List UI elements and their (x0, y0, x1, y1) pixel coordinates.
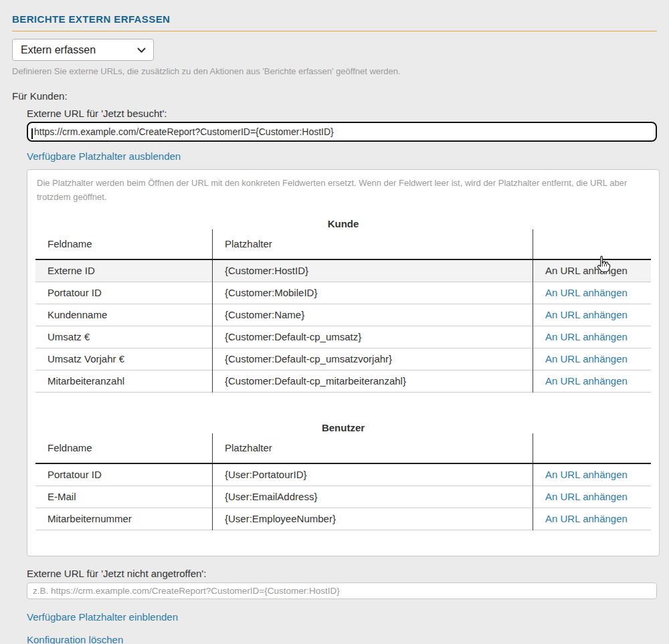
table-title: Benutzer (35, 422, 651, 433)
append-cell: An URL anhängen (533, 326, 652, 348)
field-name-cell: Portatour ID (35, 282, 213, 304)
table-row: Mitarbeiteranzahl{Customer:Default-cp_mi… (35, 370, 651, 392)
table-row: Mitarbeiternummer{User:EmployeeNumber}An… (35, 508, 651, 530)
settings-page: BERICHTE EXTERN ERFASSEN Extern erfassen… (0, 0, 669, 644)
field-name-cell: Umsatz € (35, 326, 213, 348)
append-cell: An URL anhängen (533, 282, 652, 304)
append-cell: An URL anhängen (533, 486, 652, 508)
delete-configuration-link[interactable]: Konfiguration löschen (27, 634, 123, 644)
append-cell: An URL anhängen (533, 259, 652, 282)
placeholder-cell: {User:PortatourID} (213, 463, 533, 486)
append-to-url-link[interactable]: An URL anhängen (545, 287, 628, 298)
customer-placeholder-table: Kunde FeldnamePlatzhalter Externe ID{Cus… (35, 218, 651, 393)
append-to-url-link[interactable]: An URL anhängen (545, 309, 628, 320)
placeholder-cell: {Customer:MobileID} (213, 282, 533, 304)
report-mode-select-value: Extern erfassen (21, 44, 96, 56)
placeholder-cell: {Customer:Default-cp_umsatz} (213, 326, 533, 348)
append-to-url-link[interactable]: An URL anhängen (545, 513, 628, 524)
placeholders-intro: Die Platzhalter werden beim Öffnen der U… (37, 177, 650, 205)
append-to-url-link[interactable]: An URL anhängen (545, 375, 628, 387)
table-title: Kunde (35, 218, 651, 229)
table-header-row: FeldnamePlatzhalter (35, 433, 651, 463)
append-cell: An URL anhängen (533, 348, 652, 370)
field-name-cell: Mitarbeiternummer (35, 508, 213, 530)
append-cell: An URL anhängen (533, 370, 652, 392)
append-to-url-link[interactable]: An URL anhängen (545, 469, 628, 480)
report-mode-select[interactable]: Extern erfassen (12, 39, 154, 61)
column-header: Feldname (35, 229, 213, 259)
field-name-cell: Umsatz Vorjahr € (35, 348, 213, 370)
field-name-cell: E-Mail (35, 486, 213, 508)
field-name-cell: Portatour ID (35, 463, 213, 486)
column-header: Platzhalter (213, 433, 533, 463)
append-to-url-link[interactable]: An URL anhängen (545, 353, 628, 364)
placeholder-cell: {User:EmailAddress} (213, 486, 533, 508)
placeholders-panel: Die Platzhalter werden beim Öffnen der U… (27, 169, 660, 556)
column-header: Feldname (35, 433, 213, 463)
table-row: Umsatz Vorjahr €{Customer:Default-cp_ums… (35, 348, 651, 370)
append-cell: An URL anhängen (533, 463, 652, 486)
show-placeholders-link[interactable]: Verfügbare Platzhalter einblenden (27, 611, 178, 623)
field-name-cell: Externe ID (35, 259, 213, 282)
append-to-url-link[interactable]: An URL anhängen (545, 265, 628, 276)
not-met-url-input[interactable] (27, 582, 657, 599)
not-met-url-label: Externe URL für 'Jetzt nicht angetroffen… (27, 568, 657, 579)
customers-section-label: Für Kunden: (12, 90, 657, 102)
placeholder-cell: {User:EmployeeNumber} (213, 508, 533, 530)
table-row: Portatour ID{User:PortatourID}An URL anh… (35, 463, 651, 486)
table-header-row: FeldnamePlatzhalter (35, 229, 651, 259)
placeholder-cell: {Customer:Default-cp_mitarbeiteranzahl} (213, 370, 533, 392)
hide-placeholders-link[interactable]: Verfügbare Platzhalter ausblenden (27, 150, 181, 162)
append-to-url-link[interactable]: An URL anhängen (545, 491, 628, 502)
placeholder-cell: {Customer:Default-cp_umsatzvorjahr} (213, 348, 533, 370)
text-caret (31, 128, 33, 139)
table-row: E-Mail{User:EmailAddress}An URL anhängen (35, 486, 651, 508)
placeholder-cell: {Customer:HostID} (213, 259, 533, 282)
visited-url-input[interactable] (27, 122, 657, 142)
user-placeholder-table: Benutzer FeldnamePlatzhalter Portatour I… (35, 422, 651, 530)
field-name-cell: Mitarbeiteranzahl (35, 370, 213, 392)
append-to-url-link[interactable]: An URL anhängen (545, 331, 628, 342)
table-row: Kundenname{Customer:Name}An URL anhängen (35, 304, 651, 326)
table-row: Externe ID{Customer:HostID}An URL anhäng… (35, 259, 651, 282)
column-header (533, 229, 652, 259)
column-header: Platzhalter (213, 229, 533, 259)
table-row: Portatour ID{Customer:MobileID}An URL an… (35, 282, 651, 304)
page-title: BERICHTE EXTERN ERFASSEN (12, 13, 657, 31)
placeholder-cell: {Customer:Name} (213, 304, 533, 326)
table-row: Umsatz €{Customer:Default-cp_umsatz}An U… (35, 326, 651, 348)
visited-url-label: Externe URL für 'Jetzt besucht': (27, 108, 657, 119)
append-cell: An URL anhängen (533, 304, 652, 326)
section-description: Definieren Sie externe URLs, die zusätzl… (12, 66, 657, 76)
append-cell: An URL anhängen (533, 508, 652, 530)
chevron-down-icon (137, 44, 146, 56)
column-header (533, 433, 652, 463)
field-name-cell: Kundenname (35, 304, 213, 326)
